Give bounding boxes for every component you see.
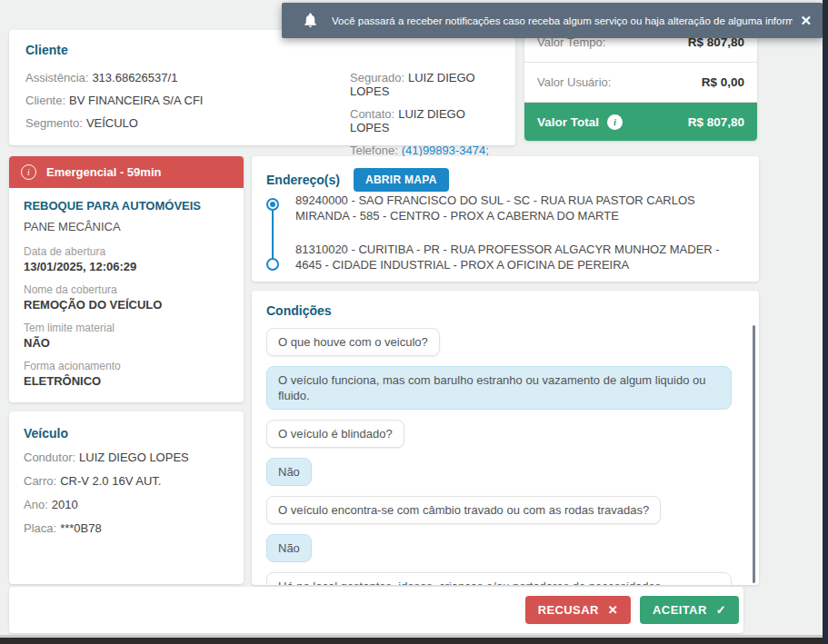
destination-marker-icon — [266, 258, 279, 271]
origin-address: 89240000 - SAO FRANCISCO DO SUL - SC - R… — [295, 193, 747, 223]
material-limit-field: Tem limite material NÃO — [24, 322, 229, 350]
activation-type-field: Forma acionamento ELETRÔNICO — [24, 360, 229, 388]
assistance-field: Assistência:313.68626537/1 — [25, 71, 350, 84]
destination-address: 81310020 - CURITIBA - PR - RUA PROFESSOR… — [295, 242, 747, 272]
phone-link[interactable]: (41)99893-3474; — [402, 144, 489, 157]
conditions-card: Condições O que houve com o veiculo? O v… — [252, 291, 759, 585]
close-icon[interactable]: ✕ — [800, 13, 812, 29]
window-edge — [823, 0, 828, 644]
action-bar: RECUSAR ✕ ACEITAR ✓ — [9, 587, 743, 633]
origin-marker-icon — [266, 198, 279, 211]
urgency-label: Emergencial - 59min — [46, 165, 161, 179]
question-bubble: O veículo encontra-se com câmbio travado… — [266, 496, 661, 524]
vehicle-card-title: Veículo — [24, 426, 229, 441]
conditions-title: Condições — [266, 303, 744, 318]
year-field: Ano:2010 — [24, 498, 229, 511]
client-card: Cliente Assistência:313.68626537/1 Clien… — [9, 30, 515, 145]
route-line — [272, 208, 274, 261]
value-total-row: Valor Total i R$ 807,80 — [524, 103, 757, 141]
window-bottom-bar — [0, 638, 828, 644]
open-map-button[interactable]: ABRIR MAPA — [354, 168, 449, 192]
phone-field: Telefone:(41)99893-3474; — [350, 144, 499, 157]
vehicle-card: Veículo Condutor:LUIZ DIEGO LOPES Carro:… — [9, 411, 244, 584]
conditions-chat: O que houve com o veiculo? O veículo fun… — [266, 328, 732, 585]
bell-icon — [304, 13, 317, 28]
info-icon[interactable]: i — [607, 114, 623, 130]
notification-message: Você passará a receber notificações caso… — [332, 15, 793, 26]
notification-banner: Você passará a receber notificações caso… — [282, 3, 823, 38]
addresses-title: Endereço(s) — [266, 173, 340, 187]
urgency-banner: i Emergencial - 59min — [9, 156, 244, 188]
coverage-name-field: Nome da cobertura REMOÇÃO DO VEÍCULO — [24, 283, 229, 312]
open-date-field: Data de abertura 13/01/2025, 12:06:29 — [24, 245, 229, 273]
contact-field: Contato:LUIZ DIEGO LOPES — [350, 107, 499, 134]
client-name-field: Cliente:BV FINANCEIRA S/A CFI — [25, 94, 350, 107]
values-card: Valor Tempo: R$ 807,80 Valor Usuário: R$… — [524, 23, 757, 141]
info-icon: i — [21, 164, 36, 180]
value-total-label: Valor Total — [537, 115, 599, 129]
accept-button[interactable]: ACEITAR ✓ — [640, 596, 739, 624]
question-bubble: Há no local gestantes, idosos, crianças … — [266, 572, 732, 585]
segment-field: Segmento:VEÍCULO — [25, 116, 350, 130]
car-field: Carro:CR-V 2.0 16V AUT. — [24, 474, 229, 488]
plate-field: Placa:***0B78 — [24, 521, 229, 535]
addresses-card: Endereço(s) ABRIR MAPA 89240000 - SAO FR… — [252, 156, 759, 282]
service-card: i Emergencial - 59min REBOQUE PARA AUTOM… — [9, 156, 244, 402]
answer-bubble: Não — [266, 458, 312, 486]
answer-bubble: O veículo funciona, mas com barulho estr… — [266, 366, 732, 410]
question-bubble: O que houve com o veiculo? — [266, 328, 440, 356]
insured-field: Segurado:LUIZ DIEGO LOPES — [350, 71, 499, 98]
x-icon: ✕ — [608, 603, 618, 617]
check-icon: ✓ — [716, 603, 726, 617]
driver-field: Condutor:LUIZ DIEGO LOPES — [24, 451, 229, 464]
question-bubble: O veículo é blindado? — [266, 420, 404, 448]
value-total-amount: R$ 807,80 — [688, 115, 744, 129]
scrollbar[interactable] — [753, 325, 755, 583]
answer-bubble: Não — [266, 534, 312, 562]
service-name: REBOQUE PARA AUTOMÓVEIS — [24, 199, 229, 213]
service-problem: PANE MECÂNICA — [24, 220, 229, 233]
client-card-title: Cliente — [25, 43, 499, 57]
reject-button[interactable]: RECUSAR ✕ — [525, 596, 631, 624]
value-user-row: Valor Usuário: R$ 0,00 — [524, 63, 757, 103]
